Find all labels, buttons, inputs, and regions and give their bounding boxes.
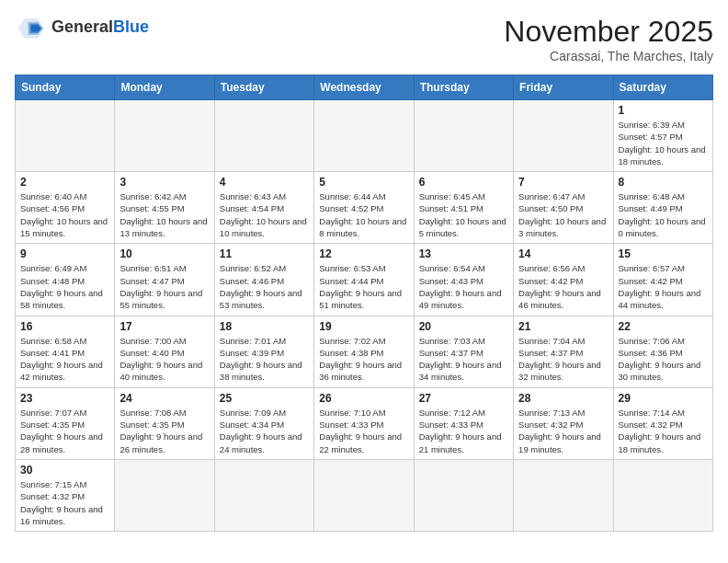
day-number: 26 [319,392,408,405]
day-number: 21 [518,320,608,333]
day-number: 3 [119,176,209,189]
day-info: Sunrise: 6:45 AMSunset: 4:51 PMDaylight:… [419,190,508,239]
calendar-cell: 8Sunrise: 6:48 AMSunset: 4:49 PMDaylight… [613,172,712,244]
day-info: Sunrise: 6:47 AMSunset: 4:50 PMDaylight:… [518,190,608,239]
day-number: 17 [119,320,209,333]
weekday-monday: Monday [115,75,214,100]
day-info: Sunrise: 6:51 AMSunset: 4:47 PMDaylight:… [119,262,209,311]
day-info: Sunrise: 7:12 AMSunset: 4:33 PMDaylight:… [419,407,508,455]
day-info: Sunrise: 7:06 AMSunset: 4:36 PMDaylight:… [619,335,708,384]
calendar-cell: 3Sunrise: 6:42 AMSunset: 4:55 PMDaylight… [115,172,214,244]
weekday-tuesday: Tuesday [214,75,313,100]
calendar-cell [314,100,414,172]
calendar-cell: 11Sunrise: 6:52 AMSunset: 4:46 PMDayligh… [214,244,313,316]
calendar-cell [214,459,313,531]
day-number: 19 [319,320,408,333]
day-info: Sunrise: 7:03 AMSunset: 4:37 PMDaylight:… [419,335,508,384]
day-info: Sunrise: 7:15 AMSunset: 4:32 PMDaylight:… [20,478,109,527]
calendar-cell: 25Sunrise: 7:09 AMSunset: 4:34 PMDayligh… [214,387,313,459]
calendar-cell: 30Sunrise: 7:15 AMSunset: 4:32 PMDayligh… [16,459,115,531]
calendar-cell: 24Sunrise: 7:08 AMSunset: 4:35 PMDayligh… [115,387,214,459]
day-info: Sunrise: 6:52 AMSunset: 4:46 PMDaylight:… [220,262,309,311]
day-info: Sunrise: 7:01 AMSunset: 4:39 PMDaylight:… [220,335,309,384]
week-row-3: 16Sunrise: 6:58 AMSunset: 4:41 PMDayligh… [16,316,713,387]
day-number: 5 [319,176,408,189]
day-info: Sunrise: 7:08 AMSunset: 4:35 PMDaylight:… [119,407,209,455]
calendar-cell [613,459,712,531]
day-number: 4 [220,176,309,189]
calendar-cell [314,459,414,531]
calendar-cell [514,100,613,172]
day-info: Sunrise: 7:14 AMSunset: 4:32 PMDaylight:… [619,407,708,455]
calendar-cell: 29Sunrise: 7:14 AMSunset: 4:32 PMDayligh… [613,387,712,459]
calendar-cell: 12Sunrise: 6:53 AMSunset: 4:44 PMDayligh… [314,244,414,316]
calendar-cell: 13Sunrise: 6:54 AMSunset: 4:43 PMDayligh… [414,244,513,316]
week-row-5: 30Sunrise: 7:15 AMSunset: 4:32 PMDayligh… [16,459,713,531]
weekday-saturday: Saturday [613,75,712,100]
day-number: 8 [619,176,708,189]
day-number: 6 [419,176,508,189]
calendar-cell: 20Sunrise: 7:03 AMSunset: 4:37 PMDayligh… [414,316,513,387]
location: Carassai, The Marches, Italy [504,49,713,63]
day-number: 11 [220,247,309,260]
calendar-cell [514,459,613,531]
calendar-cell: 28Sunrise: 7:13 AMSunset: 4:32 PMDayligh… [514,387,613,459]
calendar-cell: 27Sunrise: 7:12 AMSunset: 4:33 PMDayligh… [414,387,513,459]
day-number: 29 [619,392,708,405]
day-number: 12 [319,247,408,260]
page-header: GeneralBlue November 2025 Carassai, The … [15,15,713,63]
logo: GeneralBlue [15,15,149,40]
calendar-cell: 7Sunrise: 6:47 AMSunset: 4:50 PMDaylight… [514,172,613,244]
day-info: Sunrise: 6:44 AMSunset: 4:52 PMDaylight:… [319,190,408,239]
day-number: 1 [619,104,708,117]
day-info: Sunrise: 7:09 AMSunset: 4:34 PMDaylight:… [220,407,309,455]
day-number: 13 [419,247,508,260]
calendar-cell: 10Sunrise: 6:51 AMSunset: 4:47 PMDayligh… [115,244,214,316]
day-info: Sunrise: 7:07 AMSunset: 4:35 PMDaylight:… [20,407,109,455]
day-info: Sunrise: 6:53 AMSunset: 4:44 PMDaylight:… [319,262,408,311]
calendar-cell: 14Sunrise: 6:56 AMSunset: 4:42 PMDayligh… [514,244,613,316]
week-row-2: 9Sunrise: 6:49 AMSunset: 4:48 PMDaylight… [16,244,713,316]
calendar-cell [16,100,115,172]
day-info: Sunrise: 7:02 AMSunset: 4:38 PMDaylight:… [319,335,408,384]
calendar-cell: 21Sunrise: 7:04 AMSunset: 4:37 PMDayligh… [514,316,613,387]
calendar-cell: 4Sunrise: 6:43 AMSunset: 4:54 PMDaylight… [214,172,313,244]
calendar-cell: 19Sunrise: 7:02 AMSunset: 4:38 PMDayligh… [314,316,414,387]
day-info: Sunrise: 6:40 AMSunset: 4:56 PMDaylight:… [20,190,109,239]
day-info: Sunrise: 7:10 AMSunset: 4:33 PMDaylight:… [319,407,408,455]
calendar-cell: 5Sunrise: 6:44 AMSunset: 4:52 PMDaylight… [314,172,414,244]
weekday-sunday: Sunday [16,75,115,100]
day-info: Sunrise: 6:42 AMSunset: 4:55 PMDaylight:… [119,190,209,239]
calendar-cell [414,100,513,172]
calendar-cell: 18Sunrise: 7:01 AMSunset: 4:39 PMDayligh… [214,316,313,387]
day-number: 9 [20,247,109,260]
weekday-header-row: SundayMondayTuesdayWednesdayThursdayFrid… [16,75,713,100]
calendar-cell [414,459,513,531]
month-title: November 2025 [504,15,713,49]
day-info: Sunrise: 6:54 AMSunset: 4:43 PMDaylight:… [419,262,508,311]
day-info: Sunrise: 6:57 AMSunset: 4:42 PMDaylight:… [619,262,708,311]
day-number: 18 [220,320,309,333]
calendar-cell: 17Sunrise: 7:00 AMSunset: 4:40 PMDayligh… [115,316,214,387]
day-number: 30 [20,464,109,477]
calendar-cell: 15Sunrise: 6:57 AMSunset: 4:42 PMDayligh… [613,244,712,316]
title-block: November 2025 Carassai, The Marches, Ita… [504,15,713,63]
calendar-cell: 16Sunrise: 6:58 AMSunset: 4:41 PMDayligh… [16,316,115,387]
day-number: 15 [619,247,708,260]
day-number: 25 [220,392,309,405]
day-info: Sunrise: 7:04 AMSunset: 4:37 PMDaylight:… [518,335,608,384]
day-number: 23 [20,392,109,405]
day-number: 20 [419,320,508,333]
day-info: Sunrise: 6:39 AMSunset: 4:57 PMDaylight:… [619,119,708,167]
calendar-cell: 22Sunrise: 7:06 AMSunset: 4:36 PMDayligh… [613,316,712,387]
day-number: 24 [119,392,209,405]
calendar-cell: 26Sunrise: 7:10 AMSunset: 4:33 PMDayligh… [314,387,414,459]
day-info: Sunrise: 6:58 AMSunset: 4:41 PMDaylight:… [20,335,109,384]
calendar: SundayMondayTuesdayWednesdayThursdayFrid… [15,75,713,532]
calendar-cell [115,459,214,531]
week-row-4: 23Sunrise: 7:07 AMSunset: 4:35 PMDayligh… [16,387,713,459]
weekday-wednesday: Wednesday [314,75,414,100]
day-info: Sunrise: 6:49 AMSunset: 4:48 PMDaylight:… [20,262,109,311]
day-number: 2 [20,176,109,189]
day-number: 28 [518,392,608,405]
